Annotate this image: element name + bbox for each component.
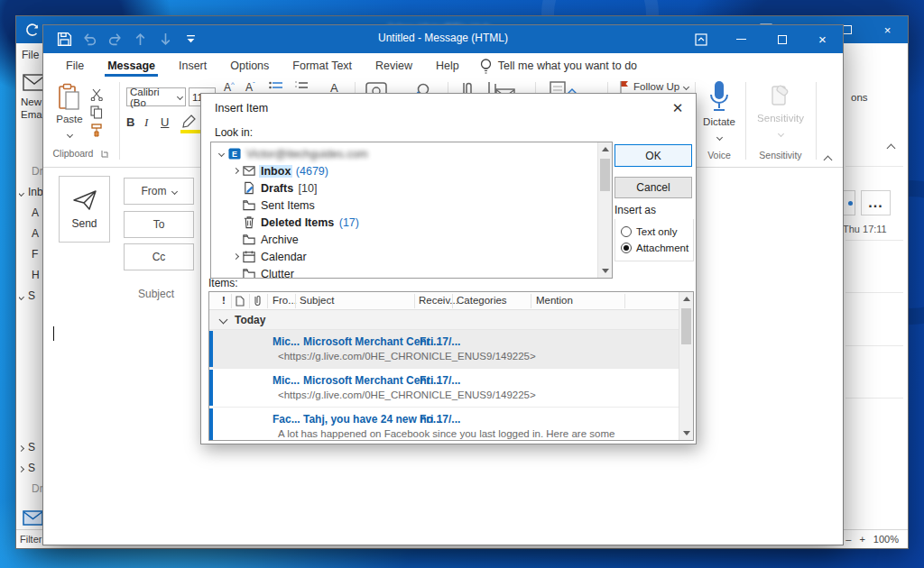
font-name-combobox[interactable]: Calibri (Bo <box>126 87 186 106</box>
cancel-button[interactable]: Cancel <box>614 177 692 198</box>
dictate-label: Dictate <box>698 116 740 127</box>
paste-label: Paste <box>52 114 87 124</box>
bullets-icon[interactable] <box>269 81 283 92</box>
main-file-tab[interactable]: File <box>22 49 39 61</box>
exchange-icon: E <box>227 147 245 160</box>
scroll-thumb[interactable] <box>600 159 610 191</box>
font-name-value: Calibri (Bo <box>130 87 178 108</box>
tab-format-text[interactable]: Format Text <box>281 53 364 78</box>
minimize-icon[interactable] <box>721 25 762 53</box>
tree-item-drafts[interactable]: Drafts [10] <box>211 179 597 197</box>
folder-label: S <box>28 462 35 474</box>
dictate-button[interactable]: Dictate <box>698 80 740 143</box>
list-item[interactable]: Mic...Microsoft Merchant Cent...Fri 17/.… <box>209 369 679 408</box>
scroll-down-icon[interactable] <box>598 264 612 278</box>
zoom-out-button[interactable]: – <box>845 534 851 545</box>
paste-button[interactable]: Paste <box>52 83 87 141</box>
items-label: Items: <box>208 277 238 289</box>
mail-nav-icon[interactable] <box>23 510 43 526</box>
cc-button[interactable]: Cc <box>124 243 194 270</box>
group-header-today[interactable]: Today <box>209 310 679 330</box>
paperclip-icon[interactable] <box>254 295 262 307</box>
subject-column-header[interactable]: Subject <box>300 295 334 306</box>
chevron-right-icon[interactable] <box>229 254 242 259</box>
desktop: Johns Vista@Fix Hub - Outlook × File New… <box>0 0 924 568</box>
zoom-in-button[interactable]: + <box>859 534 864 545</box>
from-column-header[interactable]: Fro... <box>273 295 297 306</box>
scroll-up-icon[interactable] <box>679 292 693 306</box>
tab-review[interactable]: Review <box>364 53 424 78</box>
more-actions-button[interactable]: ... <box>861 190 891 215</box>
clipboard-group-label: Clipboard <box>49 148 97 159</box>
numbering-icon[interactable] <box>294 81 309 92</box>
to-button[interactable]: To <box>124 211 194 238</box>
scroll-thumb[interactable] <box>681 308 691 344</box>
divider <box>845 345 903 346</box>
from-label: From <box>142 185 167 197</box>
scroll-up-icon[interactable] <box>598 142 612 156</box>
divider <box>845 292 903 293</box>
document-icon[interactable] <box>236 296 245 307</box>
follow-up-button[interactable]: Follow Up <box>619 80 688 93</box>
tree-item-label: Archive <box>259 234 300 246</box>
radio-attachment[interactable]: Attachment <box>621 243 691 253</box>
ribbon-collapse-icon[interactable] <box>825 151 831 167</box>
close-icon[interactable]: × <box>867 16 908 43</box>
underline-button[interactable]: U <box>161 115 169 129</box>
tree-item-inbox[interactable]: Inbox (4679) <box>211 162 597 179</box>
items-scrollbar[interactable] <box>679 292 693 440</box>
tab-options[interactable]: Options <box>218 53 281 78</box>
chevron-down-icon[interactable] <box>215 151 227 156</box>
text-cursor <box>53 326 54 341</box>
tree-item-sent-items[interactable]: Sent Items <box>211 197 597 214</box>
scroll-down-icon[interactable] <box>679 426 693 440</box>
chevron-right-icon[interactable] <box>229 169 242 173</box>
send-button[interactable]: Send <box>59 176 110 243</box>
tree-scrollbar[interactable] <box>597 142 612 278</box>
from-button[interactable]: From <box>124 178 194 205</box>
mention-column-header[interactable]: Mention <box>536 295 573 306</box>
dialog-title: Insert Item <box>215 102 268 115</box>
copy-icon[interactable] <box>90 105 103 119</box>
cut-icon[interactable] <box>90 88 104 101</box>
shrink-font-icon[interactable]: Aˇ <box>245 80 255 94</box>
subject-field[interactable]: Subject <box>138 288 174 300</box>
tree-item-calendar[interactable]: Calendar <box>211 248 597 265</box>
tab-message[interactable]: Message <box>96 53 167 78</box>
main-ribbon-collapse-icon[interactable] <box>888 139 894 155</box>
item-count: [10] <box>295 182 317 195</box>
grow-font-icon[interactable]: A^ <box>224 80 235 94</box>
tab-insert[interactable]: Insert <box>167 53 218 78</box>
item-from: Mic... <box>273 374 301 387</box>
unread-indicator-bar <box>209 370 213 406</box>
tab-file[interactable]: File <box>54 53 96 78</box>
close-icon[interactable]: × <box>802 25 843 53</box>
ribbon-display-options-icon[interactable] <box>680 25 721 53</box>
tree-item-victor-itechguides-com[interactable]: EVictor@itechguides.com <box>211 145 597 162</box>
format-painter-icon[interactable] <box>90 124 104 137</box>
list-item[interactable]: Mic...Microsoft Merchant Cent...Fri 17/.… <box>209 330 679 369</box>
list-item[interactable]: Fac...Tahj, you have 24 new no...Fri 17/… <box>209 408 679 440</box>
ok-button[interactable]: OK <box>614 144 692 167</box>
bold-button[interactable]: B <box>126 115 134 129</box>
inbox-icon <box>242 164 259 178</box>
zoom-level[interactable]: 100% <box>873 534 899 545</box>
tab-help[interactable]: Help <box>424 53 471 78</box>
insert-as-options: Text onlyAttachment <box>614 219 694 261</box>
tell-me-box[interactable]: Tell me what you want to do <box>471 53 637 78</box>
dialog-close-icon[interactable]: ✕ <box>667 98 688 118</box>
tree-item-deleted-items[interactable]: Deleted Items (17) <box>211 214 597 231</box>
tree-item-archive[interactable]: Archive <box>211 231 597 248</box>
sensitivity-button[interactable]: Sensitivity <box>753 82 808 140</box>
maximize-icon[interactable] <box>762 25 802 53</box>
text-highlight-icon[interactable] <box>180 115 200 133</box>
folder-label: H <box>32 269 40 281</box>
item-rows: Mic...Microsoft Merchant Cent...Fri 17/.… <box>209 330 679 440</box>
italic-button[interactable]: I <box>144 115 148 130</box>
categories-column-header[interactable]: Categories <box>457 295 507 306</box>
importance-column-header[interactable]: ! <box>222 295 226 306</box>
sensitivity-label: Sensitivity <box>753 113 808 124</box>
radio-text-only[interactable]: Text only <box>621 226 691 237</box>
tree-item-clutter[interactable]: Clutter <box>211 265 597 279</box>
clipboard-dialog-launcher-icon[interactable] <box>101 150 109 158</box>
